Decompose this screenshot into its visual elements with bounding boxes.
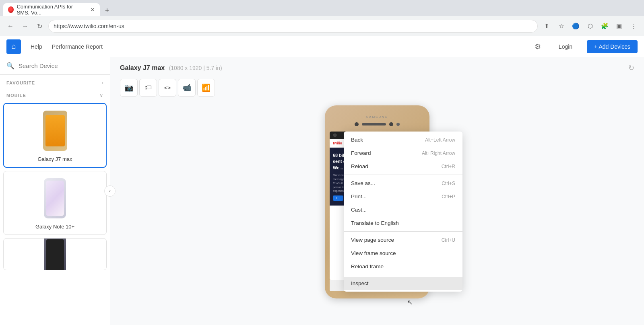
screenshot-button[interactable]: 📷: [120, 79, 138, 97]
main-layout: 🔍 FAVOURITE › MOBILE ∨ G: [0, 57, 644, 325]
phone-note10-screen: [46, 181, 64, 216]
phone-notch-area: [330, 120, 425, 128]
context-separator-1: [344, 175, 462, 175]
status-left: ⚫: [333, 134, 337, 137]
forward-button[interactable]: →: [19, 21, 31, 32]
context-save-label: Save as...: [351, 180, 375, 186]
context-reload-frame-label: Reload frame: [351, 263, 384, 269]
collapse-sidebar-button[interactable]: ‹: [104, 185, 116, 197]
phone-sensor: [396, 123, 400, 126]
twilio-logo: twilio: [333, 141, 342, 145]
puzzle-icon[interactable]: 🧩: [599, 21, 610, 32]
context-menu-view-frame[interactable]: View frame source: [344, 247, 462, 260]
device-name-note10: Galaxy Note 10+: [35, 224, 74, 230]
login-button[interactable]: Login: [554, 41, 577, 52]
context-menu-cast[interactable]: Cast...: [344, 203, 462, 216]
code-button[interactable]: <>: [159, 79, 176, 97]
home-icon: ⌂: [12, 42, 16, 51]
url-text: https://www.twilio.com/en-us: [54, 23, 124, 29]
context-menu-reload[interactable]: Reload Ctrl+R: [344, 160, 462, 173]
context-separator-3: [344, 275, 462, 275]
search-box: 🔍: [0, 57, 110, 75]
context-back-shortcut: Alt+Left Arrow: [425, 137, 455, 143]
device-card-j7max[interactable]: Galaxy J7 max: [3, 103, 107, 168]
sidebar: 🔍 FAVOURITE › MOBILE ∨ G: [0, 57, 110, 325]
refresh-button[interactable]: ↻: [628, 64, 634, 72]
extension1-icon[interactable]: 🔵: [570, 21, 581, 32]
toolbar-icons: ⬆ ☆ 🔵 ⬡ 🧩 ▣ ⋮: [541, 21, 639, 32]
context-menu-translate[interactable]: Translate to English: [344, 216, 462, 230]
add-devices-button[interactable]: + Add Devices: [587, 40, 638, 53]
star-icon[interactable]: ☆: [555, 21, 567, 32]
context-back-label: Back: [351, 137, 363, 143]
favourite-section: FAVOURITE ›: [0, 75, 110, 87]
context-menu-save-as[interactable]: Save as... Ctrl+S: [344, 177, 462, 190]
context-view-frame-label: View frame source: [351, 250, 396, 256]
context-cast-label: Cast...: [351, 207, 367, 213]
context-menu-reload-frame[interactable]: Reload frame: [344, 260, 462, 273]
context-translate-label: Translate to English: [351, 220, 399, 226]
device-card-s10[interactable]: [3, 238, 107, 270]
device-subtitle: (1080 x 1920 | 5.7 in): [169, 65, 222, 71]
browser-tab[interactable]: Communication APIs for SMS, Vo... ✕: [3, 3, 100, 16]
address-bar[interactable]: https://www.twilio.com/en-us: [48, 20, 538, 33]
favourite-label: FAVOURITE: [6, 80, 35, 85]
device-card-note10[interactable]: Galaxy Note 10+: [3, 171, 107, 235]
search-icon: 🔍: [6, 62, 14, 70]
tab-close-btn[interactable]: ✕: [90, 6, 95, 13]
sidebar-toggle-icon[interactable]: ▣: [613, 21, 625, 32]
context-menu-inspect[interactable]: Inspect: [344, 277, 462, 290]
favourite-section-header[interactable]: FAVOURITE ›: [6, 80, 103, 86]
samsung-brand: SAMSUNG: [330, 115, 425, 119]
app-logo: ⌂: [6, 39, 21, 54]
phone-illustration-note10: [44, 178, 66, 218]
twilio-learn-btn: L...: [333, 195, 343, 201]
context-separator-2: [344, 231, 462, 232]
reload-button[interactable]: ↻: [34, 21, 45, 32]
context-reload-label: Reload: [351, 163, 368, 169]
label-button[interactable]: 🏷: [139, 79, 157, 97]
context-menu-back[interactable]: Back Alt+Left Arrow: [344, 133, 462, 146]
search-input[interactable]: [19, 62, 103, 69]
device-title-area: Galaxy J7 max (1080 x 1920 | 5.7 in): [120, 64, 222, 72]
context-menu-view-source[interactable]: View page source Ctrl+U: [344, 233, 462, 247]
extension2-icon[interactable]: ⬡: [584, 21, 596, 32]
context-view-source-label: View page source: [351, 237, 394, 243]
settings-icon[interactable]: ⚙: [531, 40, 544, 53]
context-menu-forward[interactable]: Forward Alt+Right Arrow: [344, 146, 462, 160]
mobile-section-header[interactable]: MOBILE ∨: [6, 92, 103, 98]
browser-tabs: Communication APIs for SMS, Vo... ✕ +: [0, 0, 644, 16]
help-link[interactable]: Help: [31, 43, 42, 50]
back-button[interactable]: ←: [5, 21, 16, 32]
share-icon[interactable]: ⬆: [541, 21, 552, 32]
phone-camera: [389, 122, 393, 126]
context-reload-shortcut: Ctrl+R: [442, 164, 455, 169]
context-menu-print[interactable]: Print... Ctrl+P: [344, 190, 462, 203]
menu-dots-icon[interactable]: ⋮: [628, 21, 639, 32]
context-forward-label: Forward: [351, 150, 371, 156]
phone-speaker: [362, 123, 386, 125]
new-tab-button[interactable]: +: [101, 5, 113, 16]
device-list: Galaxy J7 max Galaxy Note 10+: [0, 100, 110, 277]
content-header: Galaxy J7 max (1080 x 1920 | 5.7 in) ↻: [110, 57, 644, 79]
tab-favicon: [8, 6, 14, 13]
tab-title: Communication APIs for SMS, Vo...: [17, 4, 87, 16]
device-name-j7max: Galaxy J7 max: [38, 156, 72, 162]
phone-s10-screen: [46, 239, 64, 270]
browser-chrome: Communication APIs for SMS, Vo... ✕ + ← …: [0, 0, 644, 36]
device-title: Galaxy J7 max: [120, 64, 165, 71]
context-view-source-shortcut: Ctrl+U: [442, 237, 455, 243]
favourite-chevron-right-icon: ›: [102, 80, 103, 86]
phone-dot-left: [355, 122, 359, 126]
content-area: Galaxy J7 max (1080 x 1920 | 5.7 in) ↻ 📷…: [110, 57, 644, 325]
phone-illustration-j7: [43, 111, 67, 151]
mobile-section: MOBILE ∨: [0, 87, 110, 100]
video-button[interactable]: 📹: [178, 79, 196, 97]
device-toolbar: 📷 🏷 <> 📹 📶: [110, 79, 644, 101]
wifi-button[interactable]: 📶: [197, 79, 215, 97]
device-thumbnail-j7max: [41, 109, 69, 153]
mobile-label: MOBILE: [6, 93, 26, 98]
phone-illustration-s10: [44, 238, 66, 270]
performance-report-link[interactable]: Performance Report: [52, 43, 103, 50]
app-header: ⌂ Help Performance Report ⚙ Login + Add …: [0, 36, 644, 57]
